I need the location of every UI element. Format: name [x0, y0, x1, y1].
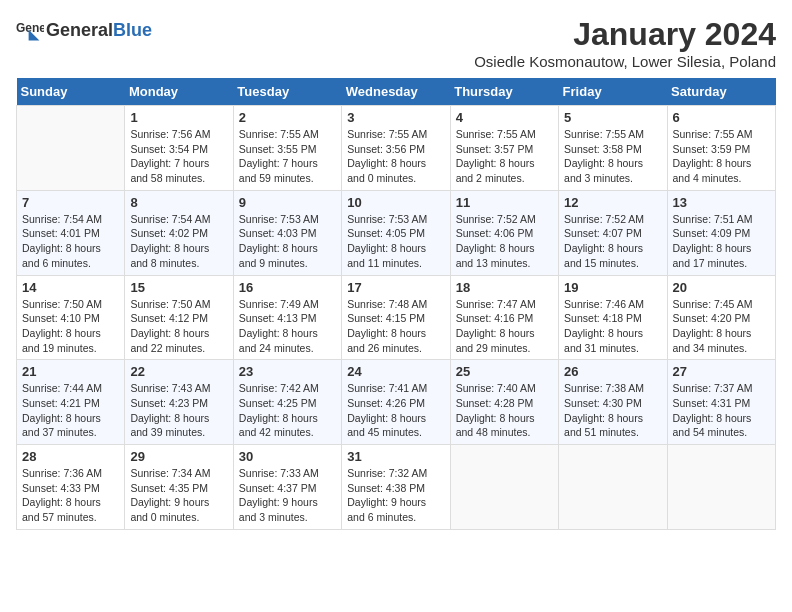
- day-info: Sunrise: 7:54 AM Sunset: 4:02 PM Dayligh…: [130, 212, 227, 271]
- day-number: 3: [347, 110, 444, 125]
- day-info: Sunrise: 7:52 AM Sunset: 4:06 PM Dayligh…: [456, 212, 553, 271]
- day-info: Sunrise: 7:38 AM Sunset: 4:30 PM Dayligh…: [564, 381, 661, 440]
- day-info: Sunrise: 7:33 AM Sunset: 4:37 PM Dayligh…: [239, 466, 336, 525]
- calendar-body: 1Sunrise: 7:56 AM Sunset: 3:54 PM Daylig…: [17, 106, 776, 530]
- day-info: Sunrise: 7:40 AM Sunset: 4:28 PM Dayligh…: [456, 381, 553, 440]
- day-number: 8: [130, 195, 227, 210]
- day-number: 29: [130, 449, 227, 464]
- calendar-cell: 23Sunrise: 7:42 AM Sunset: 4:25 PM Dayli…: [233, 360, 341, 445]
- calendar-cell: 29Sunrise: 7:34 AM Sunset: 4:35 PM Dayli…: [125, 445, 233, 530]
- calendar-cell: 26Sunrise: 7:38 AM Sunset: 4:30 PM Dayli…: [559, 360, 667, 445]
- day-number: 2: [239, 110, 336, 125]
- calendar-cell: [450, 445, 558, 530]
- day-info: Sunrise: 7:44 AM Sunset: 4:21 PM Dayligh…: [22, 381, 119, 440]
- day-number: 12: [564, 195, 661, 210]
- day-info: Sunrise: 7:47 AM Sunset: 4:16 PM Dayligh…: [456, 297, 553, 356]
- calendar-cell: 13Sunrise: 7:51 AM Sunset: 4:09 PM Dayli…: [667, 190, 775, 275]
- calendar-cell: 8Sunrise: 7:54 AM Sunset: 4:02 PM Daylig…: [125, 190, 233, 275]
- calendar-table: SundayMondayTuesdayWednesdayThursdayFrid…: [16, 78, 776, 530]
- day-info: Sunrise: 7:53 AM Sunset: 4:05 PM Dayligh…: [347, 212, 444, 271]
- day-number: 21: [22, 364, 119, 379]
- day-number: 22: [130, 364, 227, 379]
- day-number: 5: [564, 110, 661, 125]
- calendar-cell: 15Sunrise: 7:50 AM Sunset: 4:12 PM Dayli…: [125, 275, 233, 360]
- calendar-cell: 16Sunrise: 7:49 AM Sunset: 4:13 PM Dayli…: [233, 275, 341, 360]
- day-number: 1: [130, 110, 227, 125]
- day-number: 25: [456, 364, 553, 379]
- day-number: 20: [673, 280, 770, 295]
- calendar-cell: 11Sunrise: 7:52 AM Sunset: 4:06 PM Dayli…: [450, 190, 558, 275]
- calendar-cell: 5Sunrise: 7:55 AM Sunset: 3:58 PM Daylig…: [559, 106, 667, 191]
- day-of-week-saturday: Saturday: [667, 78, 775, 106]
- day-of-week-thursday: Thursday: [450, 78, 558, 106]
- day-number: 30: [239, 449, 336, 464]
- logo-general-text: General: [46, 20, 113, 40]
- day-number: 17: [347, 280, 444, 295]
- day-number: 31: [347, 449, 444, 464]
- calendar-cell: 18Sunrise: 7:47 AM Sunset: 4:16 PM Dayli…: [450, 275, 558, 360]
- calendar-cell: 28Sunrise: 7:36 AM Sunset: 4:33 PM Dayli…: [17, 445, 125, 530]
- day-number: 13: [673, 195, 770, 210]
- day-of-week-wednesday: Wednesday: [342, 78, 450, 106]
- calendar-week-2: 7Sunrise: 7:54 AM Sunset: 4:01 PM Daylig…: [17, 190, 776, 275]
- day-info: Sunrise: 7:55 AM Sunset: 3:57 PM Dayligh…: [456, 127, 553, 186]
- calendar-cell: 20Sunrise: 7:45 AM Sunset: 4:20 PM Dayli…: [667, 275, 775, 360]
- calendar-cell: [667, 445, 775, 530]
- day-of-week-monday: Monday: [125, 78, 233, 106]
- day-of-week-sunday: Sunday: [17, 78, 125, 106]
- calendar-cell: 30Sunrise: 7:33 AM Sunset: 4:37 PM Dayli…: [233, 445, 341, 530]
- day-info: Sunrise: 7:52 AM Sunset: 4:07 PM Dayligh…: [564, 212, 661, 271]
- calendar-cell: 2Sunrise: 7:55 AM Sunset: 3:55 PM Daylig…: [233, 106, 341, 191]
- calendar-cell: [559, 445, 667, 530]
- calendar-cell: 12Sunrise: 7:52 AM Sunset: 4:07 PM Dayli…: [559, 190, 667, 275]
- day-number: 7: [22, 195, 119, 210]
- day-number: 16: [239, 280, 336, 295]
- day-info: Sunrise: 7:50 AM Sunset: 4:10 PM Dayligh…: [22, 297, 119, 356]
- calendar-week-3: 14Sunrise: 7:50 AM Sunset: 4:10 PM Dayli…: [17, 275, 776, 360]
- calendar-cell: 21Sunrise: 7:44 AM Sunset: 4:21 PM Dayli…: [17, 360, 125, 445]
- day-of-week-tuesday: Tuesday: [233, 78, 341, 106]
- day-number: 26: [564, 364, 661, 379]
- day-info: Sunrise: 7:41 AM Sunset: 4:26 PM Dayligh…: [347, 381, 444, 440]
- calendar-cell: 1Sunrise: 7:56 AM Sunset: 3:54 PM Daylig…: [125, 106, 233, 191]
- day-number: 27: [673, 364, 770, 379]
- day-info: Sunrise: 7:51 AM Sunset: 4:09 PM Dayligh…: [673, 212, 770, 271]
- day-number: 18: [456, 280, 553, 295]
- location-title: Osiedle Kosmonautow, Lower Silesia, Pola…: [474, 53, 776, 70]
- day-info: Sunrise: 7:34 AM Sunset: 4:35 PM Dayligh…: [130, 466, 227, 525]
- day-number: 14: [22, 280, 119, 295]
- day-info: Sunrise: 7:55 AM Sunset: 3:59 PM Dayligh…: [673, 127, 770, 186]
- day-number: 19: [564, 280, 661, 295]
- day-number: 11: [456, 195, 553, 210]
- day-info: Sunrise: 7:55 AM Sunset: 3:56 PM Dayligh…: [347, 127, 444, 186]
- calendar-cell: 9Sunrise: 7:53 AM Sunset: 4:03 PM Daylig…: [233, 190, 341, 275]
- day-info: Sunrise: 7:42 AM Sunset: 4:25 PM Dayligh…: [239, 381, 336, 440]
- day-number: 9: [239, 195, 336, 210]
- title-section: January 2024 Osiedle Kosmonautow, Lower …: [474, 16, 776, 70]
- calendar-cell: 6Sunrise: 7:55 AM Sunset: 3:59 PM Daylig…: [667, 106, 775, 191]
- day-number: 23: [239, 364, 336, 379]
- calendar-cell: 14Sunrise: 7:50 AM Sunset: 4:10 PM Dayli…: [17, 275, 125, 360]
- calendar-cell: 27Sunrise: 7:37 AM Sunset: 4:31 PM Dayli…: [667, 360, 775, 445]
- day-info: Sunrise: 7:45 AM Sunset: 4:20 PM Dayligh…: [673, 297, 770, 356]
- calendar-week-4: 21Sunrise: 7:44 AM Sunset: 4:21 PM Dayli…: [17, 360, 776, 445]
- day-of-week-friday: Friday: [559, 78, 667, 106]
- day-info: Sunrise: 7:43 AM Sunset: 4:23 PM Dayligh…: [130, 381, 227, 440]
- day-info: Sunrise: 7:54 AM Sunset: 4:01 PM Dayligh…: [22, 212, 119, 271]
- day-number: 28: [22, 449, 119, 464]
- logo: General GeneralBlue: [16, 16, 152, 44]
- calendar-week-1: 1Sunrise: 7:56 AM Sunset: 3:54 PM Daylig…: [17, 106, 776, 191]
- day-number: 6: [673, 110, 770, 125]
- day-info: Sunrise: 7:32 AM Sunset: 4:38 PM Dayligh…: [347, 466, 444, 525]
- calendar-cell: 31Sunrise: 7:32 AM Sunset: 4:38 PM Dayli…: [342, 445, 450, 530]
- day-info: Sunrise: 7:36 AM Sunset: 4:33 PM Dayligh…: [22, 466, 119, 525]
- calendar-cell: 4Sunrise: 7:55 AM Sunset: 3:57 PM Daylig…: [450, 106, 558, 191]
- calendar-cell: [17, 106, 125, 191]
- day-number: 15: [130, 280, 227, 295]
- header: General GeneralBlue January 2024 Osiedle…: [16, 16, 776, 70]
- day-info: Sunrise: 7:50 AM Sunset: 4:12 PM Dayligh…: [130, 297, 227, 356]
- day-info: Sunrise: 7:48 AM Sunset: 4:15 PM Dayligh…: [347, 297, 444, 356]
- day-number: 4: [456, 110, 553, 125]
- day-info: Sunrise: 7:55 AM Sunset: 3:55 PM Dayligh…: [239, 127, 336, 186]
- calendar-cell: 24Sunrise: 7:41 AM Sunset: 4:26 PM Dayli…: [342, 360, 450, 445]
